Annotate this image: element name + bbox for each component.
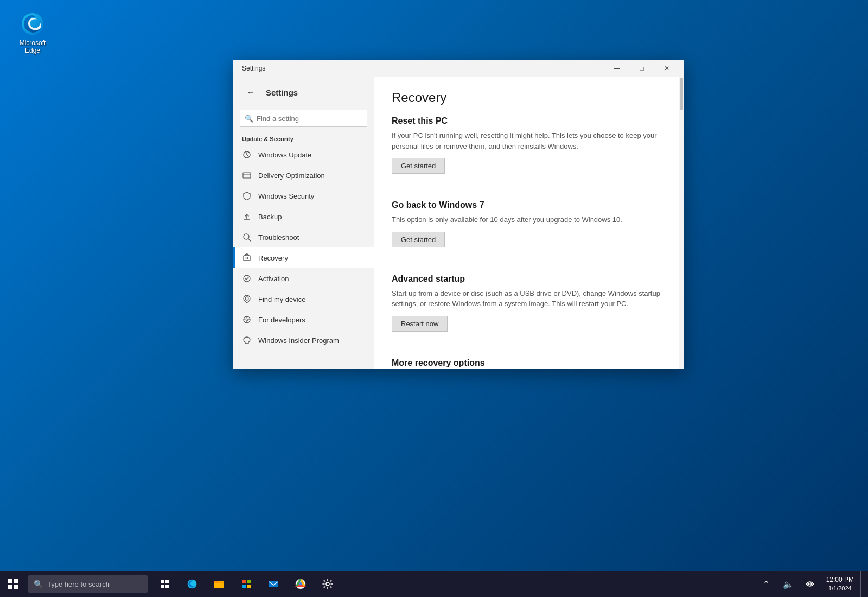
divider-3 bbox=[392, 347, 662, 347]
svg-rect-6 bbox=[244, 256, 250, 261]
system-clock[interactable]: 12:00 PM 1/1/2024 bbox=[822, 571, 858, 597]
sidebar-item-windows-insider[interactable]: Windows Insider Program bbox=[233, 330, 374, 351]
divider-2 bbox=[392, 263, 662, 263]
page-title: Recovery bbox=[392, 90, 662, 105]
windows-security-label: Windows Security bbox=[258, 192, 314, 200]
taskbar: 🔍 Type here to search bbox=[0, 571, 868, 597]
go-back-heading: Go back to Windows 7 bbox=[392, 200, 662, 210]
svg-rect-2 bbox=[243, 173, 251, 178]
sidebar-item-find-my-device[interactable]: Find my device bbox=[233, 289, 374, 309]
svg-rect-23 bbox=[165, 585, 169, 588]
svg-rect-31 bbox=[269, 581, 278, 587]
desktop-icon-edge[interactable]: Microsoft Edge bbox=[11, 11, 54, 54]
scroll-indicator[interactable] bbox=[679, 77, 684, 369]
advanced-startup-desc: Start up from a device or disc (such as … bbox=[392, 288, 662, 309]
chevron-up-icon[interactable]: ⌃ bbox=[757, 571, 776, 597]
svg-rect-20 bbox=[161, 580, 164, 583]
taskbar-mail-icon[interactable] bbox=[260, 571, 286, 597]
volume-icon[interactable]: 🔈 bbox=[778, 571, 798, 597]
svg-rect-16 bbox=[8, 579, 12, 583]
svg-line-5 bbox=[248, 239, 251, 241]
sidebar-item-windows-security[interactable]: Windows Security bbox=[233, 186, 374, 206]
svg-rect-27 bbox=[242, 580, 246, 583]
taskbar-icons bbox=[152, 571, 341, 597]
sidebar-item-recovery[interactable]: Recovery bbox=[233, 247, 374, 268]
start-button[interactable] bbox=[0, 571, 26, 597]
divider-1 bbox=[392, 189, 662, 189]
go-back-desc: This option is only available for 10 day… bbox=[392, 214, 662, 225]
sidebar-item-backup[interactable]: Backup bbox=[233, 206, 374, 227]
svg-point-9 bbox=[245, 297, 248, 300]
svg-rect-30 bbox=[247, 585, 251, 588]
advanced-startup-heading: Advanced startup bbox=[392, 274, 662, 284]
close-button[interactable]: ✕ bbox=[654, 60, 679, 77]
clock-time: 12:00 PM bbox=[826, 575, 854, 585]
minimize-button[interactable]: — bbox=[604, 60, 629, 77]
troubleshoot-icon bbox=[242, 232, 252, 242]
windows-insider-label: Windows Insider Program bbox=[258, 336, 339, 345]
sidebar-header: ← Settings bbox=[233, 77, 374, 107]
show-desktop-button[interactable] bbox=[860, 571, 864, 597]
windows-security-icon bbox=[242, 191, 252, 201]
backup-icon bbox=[242, 212, 252, 221]
sidebar-title: Settings bbox=[266, 88, 298, 97]
taskbar-chrome-icon[interactable] bbox=[288, 571, 314, 597]
find-my-device-icon bbox=[242, 294, 252, 304]
sidebar-item-delivery-optimization[interactable]: Delivery Optimization bbox=[233, 165, 374, 186]
scroll-thumb bbox=[680, 78, 683, 110]
recovery-label: Recovery bbox=[258, 254, 288, 262]
taskbar-search-icon: 🔍 bbox=[34, 580, 43, 588]
section-label: Update & Security bbox=[233, 131, 374, 144]
nav-items-container: Windows Update Delivery Optimization Win… bbox=[233, 144, 374, 351]
recovery-icon bbox=[242, 253, 252, 263]
edge-icon-label: Microsoft Edge bbox=[20, 39, 46, 54]
taskbar-search-text: Type here to search bbox=[47, 580, 110, 588]
back-button[interactable]: ← bbox=[242, 84, 259, 101]
window-titlebar: Settings — □ ✕ bbox=[233, 60, 684, 77]
reset-pc-heading: Reset this PC bbox=[392, 116, 662, 126]
main-content: Recovery Reset this PC If your PC isn't … bbox=[374, 77, 679, 369]
svg-point-11 bbox=[246, 319, 248, 321]
search-input[interactable] bbox=[257, 115, 362, 123]
search-box[interactable]: 🔍 bbox=[240, 110, 367, 127]
activation-label: Activation bbox=[258, 275, 289, 283]
sidebar-item-activation[interactable]: Activation bbox=[233, 268, 374, 289]
window-body: ← Settings 🔍 Update & Security Windows U… bbox=[233, 77, 684, 369]
settings-window: Settings — □ ✕ ← Settings 🔍 Update & Sec… bbox=[233, 60, 684, 369]
taskbar-file-explorer-icon[interactable] bbox=[206, 571, 232, 597]
reset-pc-desc: If your PC isn't running well, resetting… bbox=[392, 130, 662, 151]
svg-rect-22 bbox=[161, 585, 164, 588]
restart-now-button[interactable]: Restart now bbox=[392, 316, 448, 332]
svg-rect-21 bbox=[165, 580, 169, 583]
settings-sidebar: ← Settings 🔍 Update & Security Windows U… bbox=[233, 77, 374, 369]
taskbar-settings-icon[interactable] bbox=[315, 571, 341, 597]
windows-insider-icon bbox=[242, 335, 252, 345]
svg-rect-26 bbox=[214, 581, 219, 582]
sidebar-item-windows-update[interactable]: Windows Update bbox=[233, 144, 374, 165]
task-view-button[interactable] bbox=[152, 571, 178, 597]
activation-icon bbox=[242, 274, 252, 283]
edge-icon bbox=[20, 11, 46, 37]
taskbar-edge-icon[interactable] bbox=[179, 571, 205, 597]
for-developers-icon bbox=[242, 315, 252, 325]
svg-point-7 bbox=[246, 257, 248, 259]
taskbar-right: ⌃ 🔈 12:00 PM 1/1/2024 bbox=[757, 571, 868, 597]
taskbar-store-icon[interactable] bbox=[233, 571, 259, 597]
svg-rect-19 bbox=[14, 585, 18, 589]
reset-pc-button[interactable]: Get started bbox=[392, 158, 445, 174]
delivery-optimization-label: Delivery Optimization bbox=[258, 172, 325, 180]
troubleshoot-label: Troubleshoot bbox=[258, 233, 299, 242]
svg-point-34 bbox=[326, 582, 329, 586]
desktop: Microsoft Edge Settings — □ ✕ ← Settings… bbox=[0, 0, 868, 597]
svg-rect-28 bbox=[247, 580, 251, 583]
window-controls: — □ ✕ bbox=[604, 60, 679, 77]
sidebar-item-for-developers[interactable]: For developers bbox=[233, 309, 374, 330]
network-icon[interactable] bbox=[800, 571, 820, 597]
maximize-button[interactable]: □ bbox=[629, 60, 654, 77]
sidebar-item-troubleshoot[interactable]: Troubleshoot bbox=[233, 227, 374, 247]
svg-rect-29 bbox=[242, 585, 246, 588]
clock-date: 1/1/2024 bbox=[828, 585, 852, 593]
go-back-button[interactable]: Get started bbox=[392, 232, 445, 247]
taskbar-search[interactable]: 🔍 Type here to search bbox=[28, 575, 148, 593]
svg-rect-18 bbox=[8, 585, 12, 589]
